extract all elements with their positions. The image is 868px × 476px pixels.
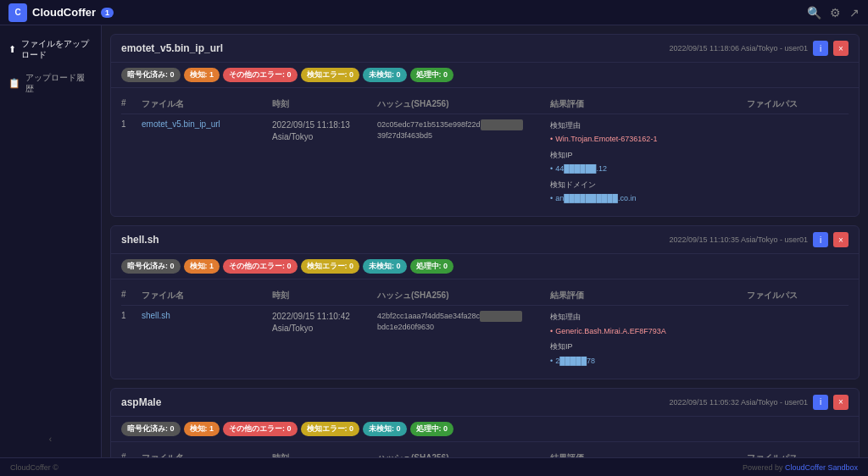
footer-link[interactable]: CloudCoffer Sandbox xyxy=(785,463,858,472)
settings-icon[interactable]: ⚙ xyxy=(830,6,841,19)
badge-2-4: 未検知: 0 xyxy=(363,422,407,436)
card-delete-button-1[interactable]: × xyxy=(833,232,849,247)
table-header-0: #ファイル名時刻ハッシュ(SHA256)結果評価ファイルパス xyxy=(121,95,849,114)
cell-num-0-0: 1 xyxy=(121,119,138,129)
table-header-2: #ファイル名時刻ハッシュ(SHA256)結果評価ファイルパス xyxy=(121,449,849,457)
badge-0-3: 検知エラー: 0 xyxy=(301,68,360,82)
sidebar-item-upload[interactable]: ⬆ ファイルをアップロード xyxy=(0,32,101,66)
cell-num-1-0: 1 xyxy=(121,311,138,320)
ip-item-0-0-0: 44██████.12 xyxy=(550,163,743,174)
main-layout: ⬆ ファイルをアップロード 📋 アップロード履歴 ‹ emotet_v5.bin… xyxy=(0,25,868,457)
detection-item-0-0-0: Win.Trojan.Emotet-6736162-1 xyxy=(550,133,743,145)
badge-1-4: 未検知: 0 xyxy=(363,259,407,274)
badge-row-0: 暗号化済み: 0検知: 1その他のエラー: 0検知エラー: 0未検知: 0処理中… xyxy=(111,63,859,88)
ip-title-0-0: 検知IP xyxy=(550,149,743,161)
th-1-1: ファイル名 xyxy=(142,290,269,302)
sidebar-item-history[interactable]: 📋 アップロード履歴 xyxy=(0,66,101,100)
card-info-button-0[interactable]: i xyxy=(813,41,828,56)
badge-1-3: 検知エラー: 0 xyxy=(301,259,360,274)
th-0-5: ファイルパス xyxy=(747,98,849,110)
badge-1-1: 検知: 1 xyxy=(184,259,220,274)
badge-row-1: 暗号化済み: 0検知: 1その他のエラー: 0検知エラー: 0未検知: 0処理中… xyxy=(111,254,859,280)
topbar-actions: 🔍 ⚙ ↗ xyxy=(807,6,860,19)
cell-filename-0-0: emotet_v5.bin_ip_url xyxy=(142,119,269,129)
badge-1-5: 処理中: 0 xyxy=(410,259,454,274)
cell-hash-1-0: 42bf2cc1aaa7f4dd5ae34fa28c bdc1e2d60f963… xyxy=(377,311,547,332)
cell-hash-0-0: 02c05edc77e1b5135e998f22d 39f27d3f463bd5 xyxy=(377,119,547,141)
card-header-1: shell.sh2022/09/15 11:10:35 Asia/Tokyo -… xyxy=(111,226,859,254)
badge-0-2: その他のエラー: 0 xyxy=(223,68,298,82)
badge-2-5: 処理中: 0 xyxy=(410,422,454,436)
search-icon[interactable]: 🔍 xyxy=(807,6,821,19)
table-1: #ファイル名時刻ハッシュ(SHA256)結果評価ファイルパス1shell.sh2… xyxy=(111,280,859,379)
badge-2-3: 検知エラー: 0 xyxy=(301,422,360,436)
card-meta-2: 2022/09/15 11:05:32 Asia/Tokyo - user01i… xyxy=(669,395,849,410)
card-title-0: emotet_v5.bin_ip_url xyxy=(121,42,223,54)
sidebar: ⬆ ファイルをアップロード 📋 アップロード履歴 ‹ xyxy=(0,25,102,457)
th-1-0: # xyxy=(121,290,138,302)
badge-0-4: 未検知: 0 xyxy=(363,68,407,82)
table-row-0-0: 1emotet_v5.bin_ip_url2022/09/15 11:18:13… xyxy=(121,114,849,209)
footer-right: Powered by CloudCoffer Sandbox xyxy=(743,463,858,472)
card-info-button-1[interactable]: i xyxy=(813,232,828,247)
table-2: #ファイル名時刻ハッシュ(SHA256)結果評価ファイルパス xyxy=(111,442,859,457)
cell-time-0-0: 2022/09/15 11:18:13Asia/Tokyo xyxy=(272,119,374,143)
cell-result-1-0: 検知理由Generic.Bash.Mirai.A.EF8F793A検知IP2██… xyxy=(550,311,743,367)
footer-left: CloudCoffer © xyxy=(10,463,58,472)
badge-0-1: 検知: 1 xyxy=(184,68,220,82)
card-meta-text-0: 2022/09/15 11:18:06 Asia/Tokyo - user01 xyxy=(669,44,808,53)
badge-2-1: 検知: 1 xyxy=(184,422,220,436)
th-0-0: # xyxy=(121,98,138,110)
th-0-4: 結果評価 xyxy=(550,98,743,110)
table-0: #ファイル名時刻ハッシュ(SHA256)結果評価ファイルパス1emotet_v5… xyxy=(111,88,859,216)
logo-icon: C xyxy=(8,3,27,22)
card-delete-button-2[interactable]: × xyxy=(833,395,849,410)
card-meta-0: 2022/09/15 11:18:06 Asia/Tokyo - user01i… xyxy=(669,41,849,56)
card-delete-button-0[interactable]: × xyxy=(833,41,849,56)
detection-item-1-0-0: Generic.Bash.Mirai.A.EF8F793A xyxy=(550,325,743,337)
badge-0-0: 暗号化済み: 0 xyxy=(121,68,181,82)
domain-title-0-0: 検知ドメイン xyxy=(550,179,743,191)
table-row-1-0: 1shell.sh2022/09/15 11:10:42Asia/Tokyo42… xyxy=(121,306,849,372)
card-1: shell.sh2022/09/15 11:10:35 Asia/Tokyo -… xyxy=(110,225,860,379)
hash-blur-0-0 xyxy=(481,119,523,130)
th-1-5: ファイルパス xyxy=(747,290,849,302)
card-2: aspMale2022/09/15 11:05:32 Asia/Tokyo - … xyxy=(110,388,860,457)
th-0-3: ハッシュ(SHA256) xyxy=(377,98,547,110)
sidebar-collapse[interactable]: ‹ xyxy=(0,428,101,451)
domain-item-0-0-0: an██████████.co.in xyxy=(550,192,743,204)
card-meta-text-2: 2022/09/15 11:05:32 Asia/Tokyo - user01 xyxy=(669,398,808,407)
sidebar-history-label: アップロード履歴 xyxy=(25,72,92,94)
ip-item-1-0-0: 2█████78 xyxy=(550,355,743,367)
card-title-1: shell.sh xyxy=(121,234,159,246)
app-badge: 1 xyxy=(101,8,114,18)
upload-icon: ⬆ xyxy=(8,43,16,55)
card-header-0: emotet_v5.bin_ip_url2022/09/15 11:18:06 … xyxy=(111,35,859,63)
th-0-2: 時刻 xyxy=(272,98,374,110)
hash-blur-1-0 xyxy=(480,311,522,322)
th-1-3: ハッシュ(SHA256) xyxy=(377,290,547,302)
th-1-4: 結果評価 xyxy=(550,290,743,302)
cell-filename-1-0: shell.sh xyxy=(142,311,269,320)
badge-1-2: その他のエラー: 0 xyxy=(223,259,298,274)
card-0: emotet_v5.bin_ip_url2022/09/15 11:18:06 … xyxy=(110,34,860,217)
external-link-icon[interactable]: ↗ xyxy=(849,6,860,19)
badge-1-0: 暗号化済み: 0 xyxy=(121,259,181,274)
collapse-icon: ‹ xyxy=(49,434,52,444)
badge-row-2: 暗号化済み: 0検知: 1その他のエラー: 0検知エラー: 0未検知: 0処理中… xyxy=(111,417,859,442)
card-meta-1: 2022/09/15 11:10:35 Asia/Tokyo - user01i… xyxy=(669,232,849,247)
card-info-button-2[interactable]: i xyxy=(813,395,828,410)
th-1-2: 時刻 xyxy=(272,290,374,302)
content-area: emotet_v5.bin_ip_url2022/09/15 11:18:06 … xyxy=(102,25,868,457)
th-0-1: ファイル名 xyxy=(142,98,269,110)
footer: CloudCoffer © Powered by CloudCoffer San… xyxy=(0,457,868,476)
badge-2-0: 暗号化済み: 0 xyxy=(121,422,181,436)
cell-time-1-0: 2022/09/15 11:10:42Asia/Tokyo xyxy=(272,311,374,335)
history-icon: 📋 xyxy=(8,77,20,89)
badge-0-5: 処理中: 0 xyxy=(410,68,454,82)
card-header-2: aspMale2022/09/15 11:05:32 Asia/Tokyo - … xyxy=(111,389,859,417)
topbar: C CloudCoffer 1 🔍 ⚙ ↗ xyxy=(0,0,868,25)
card-title-2: aspMale xyxy=(121,396,161,408)
sidebar-upload-label: ファイルをアップロード xyxy=(21,38,92,60)
detection-title-1-0: 検知理由 xyxy=(550,311,743,323)
